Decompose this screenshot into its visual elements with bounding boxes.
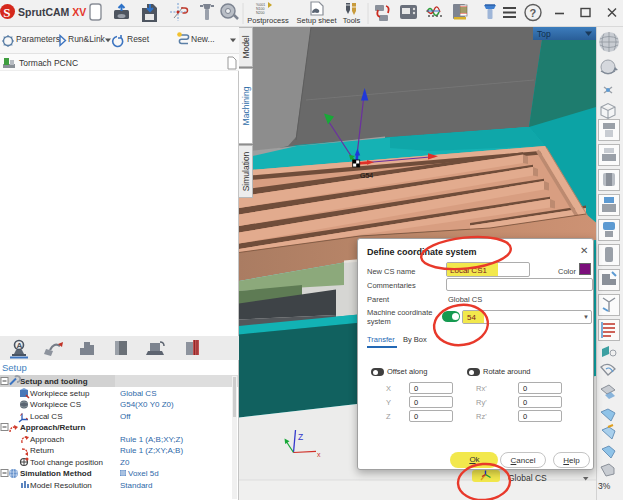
svg-text:?: ? [530, 7, 537, 19]
svg-text:G54: G54 [360, 172, 373, 179]
svg-text:Top: Top [537, 29, 551, 39]
svg-text:x: x [317, 451, 321, 458]
svg-text:S: S [3, 5, 10, 20]
svg-text:3%: 3% [598, 481, 611, 491]
svg-text:N200: N200 [256, 11, 265, 15]
svg-text:Global CS: Global CS [508, 473, 547, 483]
svg-text:Z: Z [298, 432, 303, 442]
svg-text:A: A [17, 341, 23, 350]
